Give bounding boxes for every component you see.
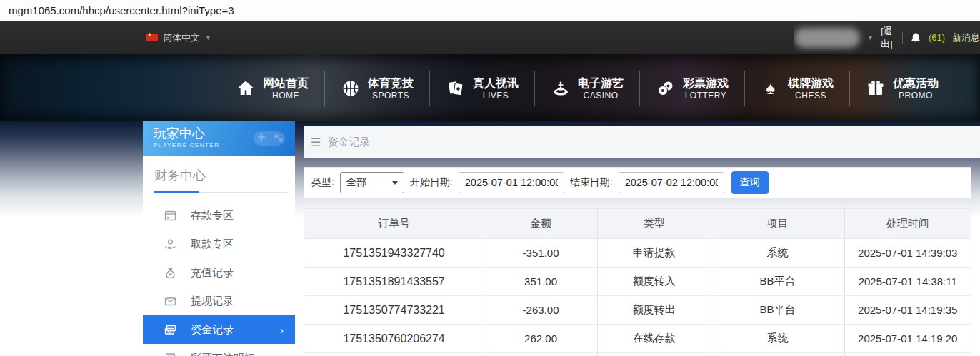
sidebar-item-withdraw-zone[interactable]: 取款专区 xyxy=(143,230,295,258)
cell-time: 2025-07-01 14:38:11 xyxy=(844,268,971,296)
nav-item-home[interactable]: 网站首页HOME xyxy=(220,71,324,106)
cell-item: 系统 xyxy=(711,325,844,353)
gift-icon xyxy=(866,79,885,98)
nav-item-chess[interactable]: ♠ 棋牌游戏CHESS xyxy=(744,71,849,106)
main-nav-menu: 网站首页HOME 体育竞技SPORTS 真人视讯LIVES 电子游艺CASINO… xyxy=(220,71,954,106)
sidebar-item-label: 彩票下注明细 xyxy=(191,352,255,356)
header-type: 类型 xyxy=(597,209,711,239)
cell-item: BB平台 xyxy=(711,296,844,325)
message-count[interactable]: (61) xyxy=(929,32,945,43)
logout-link[interactable]: [退出] xyxy=(881,25,895,51)
sidebar-item-withdrawal-record[interactable]: 提现记录 xyxy=(143,287,295,315)
caret-down-icon: ▼ xyxy=(205,34,211,41)
funds-record-table: 订单号 金额 类型 项目 处理时间 1751351943327740 -351.… xyxy=(304,208,971,356)
lottery-detail-icon xyxy=(164,352,176,356)
cell-type: 额度转入 xyxy=(597,268,711,296)
sidebar-item-label: 充值记录 xyxy=(191,266,234,280)
deposit-zone-icon xyxy=(164,210,176,222)
page-url: mgm1065.com/hhcp/usercenter.html?iniType… xyxy=(9,4,234,16)
language-label: 简体中文 xyxy=(163,31,200,44)
sidebar-item-recharge-record[interactable]: 充值记录 xyxy=(143,258,295,287)
bell-icon[interactable] xyxy=(910,32,921,44)
table-row: 1751351943327740 -351.00 申请提款 系统 2025-07… xyxy=(304,239,971,268)
nav-item-promo[interactable]: 优惠活动PROMO xyxy=(849,71,954,106)
cell-type: 额度转出 xyxy=(597,296,711,325)
cell-item: BB平台 xyxy=(711,268,844,296)
header-order-no: 订单号 xyxy=(304,209,484,239)
roulette-icon xyxy=(551,79,570,98)
sidebar-item-label: 提现记录 xyxy=(191,295,234,308)
end-date-label: 结束日期: xyxy=(570,176,613,189)
end-date-input[interactable] xyxy=(619,172,724,193)
sidebar-item-label: 资金记录 xyxy=(191,323,234,337)
cell-type: 在线存款 xyxy=(597,325,711,353)
table-row: 1751350774733221 -263.00 额度转出 BB平台 2025-… xyxy=(304,296,971,325)
main-content: ☰ 资金记录 类型: 全部 开始日期: 结束日期: 查询 订单号 金额 类型 项… xyxy=(304,121,980,356)
sidebar-item-label: 取款专区 xyxy=(191,238,234,251)
account-right-group: ▼ [退出] (61) 新消息 xyxy=(794,21,980,54)
header-item: 项目 xyxy=(711,209,844,239)
cell-type: 申请提款 xyxy=(597,239,711,268)
sidebar-item-funds-record[interactable]: 资金记录 › xyxy=(143,315,295,344)
divider xyxy=(902,32,903,44)
cell-order-no: 1751350760206274 xyxy=(304,325,484,353)
start-date-input[interactable] xyxy=(459,172,564,193)
sidebar-item-label: 存款专区 xyxy=(191,209,234,223)
table-row-partial xyxy=(304,353,971,356)
spade-icon: ♠ xyxy=(761,79,780,98)
username-blurred[interactable] xyxy=(794,28,860,48)
chevron-down-icon xyxy=(392,181,398,185)
cell-item: 系统 xyxy=(711,239,844,268)
nav-item-sports[interactable]: 体育竞技SPORTS xyxy=(324,71,429,106)
type-label: 类型: xyxy=(311,176,334,189)
sidebar-item-deposit-zone[interactable]: 存款专区 xyxy=(143,201,295,230)
chevron-right-icon: › xyxy=(280,324,284,336)
header-amount: 金额 xyxy=(484,209,598,239)
new-message-label[interactable]: 新消息 xyxy=(952,31,980,44)
header-time: 处理时间 xyxy=(844,209,971,239)
player-center-sidebar: 玩家中心 PLAYERS CENTER 财务中心 存款专区 取款专区 充值记录 xyxy=(143,121,295,356)
breadcrumb: ☰ 资金记录 xyxy=(304,126,980,158)
caret-down-icon[interactable]: ▼ xyxy=(867,34,874,41)
basketball-icon xyxy=(341,79,360,98)
cell-order-no: 1751351943327740 xyxy=(304,239,484,268)
cell-amount: 262.00 xyxy=(484,325,598,353)
cell-amount: -351.00 xyxy=(484,239,598,268)
nav-item-lottery[interactable]: 彩票游戏LOTTERY xyxy=(639,71,744,106)
cell-order-no: 1751350774733221 xyxy=(304,296,484,325)
cell-amount: -263.00 xyxy=(484,296,598,325)
funds-record-icon xyxy=(164,324,176,336)
china-flag-icon: ★ xyxy=(146,34,158,41)
filter-bar: 类型: 全部 开始日期: 结束日期: 查询 xyxy=(304,167,971,198)
cell-amount: 351.00 xyxy=(484,268,598,296)
home-icon xyxy=(236,79,255,98)
cell-order-no: 1751351891433557 xyxy=(304,268,484,296)
cell-time: 2025-07-01 14:19:20 xyxy=(844,325,971,353)
nav-item-lives[interactable]: 真人视讯LIVES xyxy=(429,71,534,106)
cell-time: 2025-07-01 14:39:03 xyxy=(844,239,971,268)
type-select-value: 全部 xyxy=(346,176,366,189)
recharge-record-icon xyxy=(164,267,176,279)
cell-time: 2025-07-01 14:19:35 xyxy=(844,296,971,325)
page-title: 资金记录 xyxy=(327,136,370,149)
gamepad-icon xyxy=(251,127,288,153)
browser-address-bar[interactable]: mgm1065.com/hhcp/usercenter.html?iniType… xyxy=(0,0,980,21)
table-header-row: 订单号 金额 类型 项目 处理时间 xyxy=(304,209,971,239)
search-button[interactable]: 查询 xyxy=(731,171,769,194)
start-date-label: 开始日期: xyxy=(410,176,453,189)
sidebar-item-lottery-detail[interactable]: 彩票下注明细 xyxy=(143,344,295,356)
sidebar-section-title: 财务中心 xyxy=(143,156,295,191)
sidebar-menu: 存款专区 取款专区 充值记录 提现记录 资金记录 › xyxy=(143,201,295,356)
table-row: 1751350760206274 262.00 在线存款 系统 2025-07-… xyxy=(304,325,971,353)
nav-item-casino[interactable]: 电子游艺CASINO xyxy=(534,71,639,106)
withdraw-zone-icon xyxy=(164,238,176,250)
language-selector[interactable]: ★ 简体中文 ▼ xyxy=(146,21,211,54)
section-underline xyxy=(143,191,288,193)
type-select[interactable]: 全部 xyxy=(340,172,404,193)
main-nav-bar: 网站首页HOME 体育竞技SPORTS 真人视讯LIVES 电子游艺CASINO… xyxy=(0,54,980,121)
lottery-balls-icon xyxy=(656,79,675,98)
sidebar-header: 玩家中心 PLAYERS CENTER xyxy=(143,121,295,156)
table-row: 1751351891433557 351.00 额度转入 BB平台 2025-0… xyxy=(304,268,971,296)
hamburger-icon[interactable]: ☰ xyxy=(311,136,321,149)
playing-cards-icon xyxy=(446,79,465,98)
